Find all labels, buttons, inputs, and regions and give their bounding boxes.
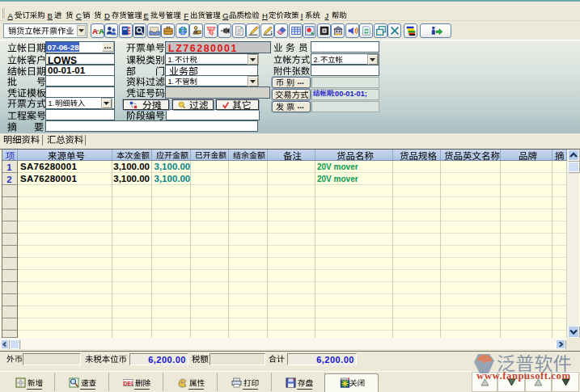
svg-text:A: A [98,27,103,36]
svg-text:DEL: DEL [124,381,134,386]
